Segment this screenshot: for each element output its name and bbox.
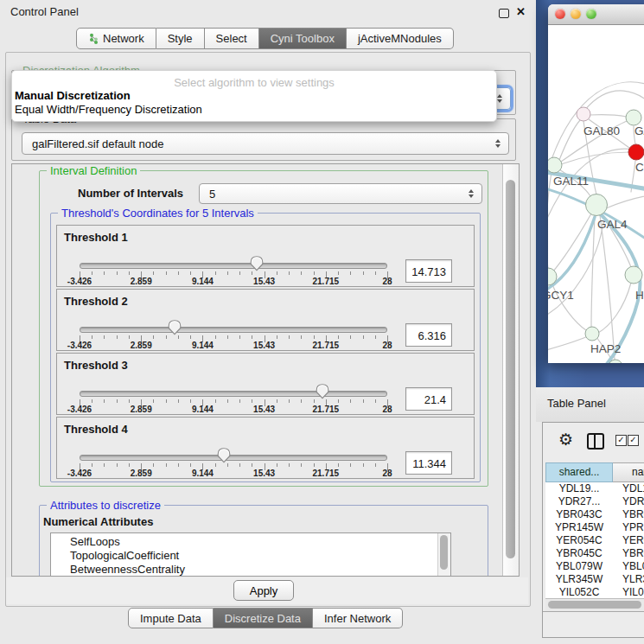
gear-icon[interactable]: ⚙ (558, 430, 573, 450)
cell-name: YIL0 (613, 586, 644, 599)
tab-label: Discretize Data (225, 612, 301, 625)
close-icon[interactable]: ✕ (516, 5, 526, 18)
network-edge[interactable] (548, 335, 591, 352)
network-graph[interactable]: GAL80GACGAL11GAL4GCY1HHAP2 (548, 25, 644, 363)
network-edge[interactable] (548, 172, 552, 269)
threshold-slider[interactable]: -3.4262.8599.14415.4321.71528 (80, 354, 387, 416)
table-row[interactable]: YBR043CYBR0 (545, 508, 644, 521)
zoom-traffic-light-icon[interactable] (586, 9, 596, 19)
tab-discretize-data[interactable]: Discretize Data (214, 608, 313, 628)
table-header: shared... name (545, 462, 644, 482)
threshold-slider[interactable]: -3.4262.8599.14415.4321.71528 (80, 290, 387, 352)
slider-thumb-icon[interactable] (315, 383, 330, 399)
attribute-item[interactable]: SelfLoops (51, 535, 450, 549)
cell-shared-name: YBR043C (545, 508, 613, 521)
attribute-item[interactable]: BetweennessCentrality (51, 563, 450, 577)
network-edge[interactable] (600, 215, 615, 360)
network-edge[interactable] (598, 283, 631, 333)
network-edge[interactable] (590, 115, 627, 117)
combo-stepper-icon (497, 94, 502, 103)
network-node[interactable] (625, 266, 642, 284)
threshold-value-field[interactable]: 14.713 (405, 259, 452, 283)
select-all-checkbox-icon[interactable]: ✓ (615, 435, 627, 446)
float-window-icon[interactable] (499, 9, 509, 18)
slider-tick-labels: -3.4262.8599.14415.4321.71528 (80, 469, 387, 479)
scrollbar[interactable] (437, 533, 450, 577)
select-none-checkbox-icon[interactable]: ✓ (628, 435, 639, 446)
apply-button[interactable]: Apply (233, 580, 294, 601)
tab-infer-network[interactable]: Infer Network (313, 608, 403, 628)
apply-row: Apply (6, 577, 528, 604)
table-row[interactable]: YBR045CYBR0 (545, 547, 644, 560)
table-row[interactable]: YBL079WYBL0 (545, 560, 644, 573)
tab-cyni-toolbox[interactable]: Cyni Toolbox (259, 28, 347, 49)
vertical-scrollbar[interactable] (502, 164, 519, 576)
close-traffic-light-icon[interactable] (555, 9, 565, 19)
cell-name: YPR1 (613, 521, 644, 534)
threshold-value-field[interactable]: 6.316 (405, 323, 452, 347)
tab-network[interactable]: Network (76, 28, 156, 49)
attributes-group-title: Attributes to discretize (47, 499, 164, 512)
threshold-slider[interactable]: -3.4262.8599.14415.4321.71528 (80, 226, 387, 288)
num-intervals-combobox[interactable]: 5 (199, 183, 482, 204)
table-row[interactable]: YDL19...YDL1 (545, 482, 644, 495)
horizontal-scrollbar[interactable] (545, 598, 644, 611)
slider-track[interactable] (80, 455, 387, 461)
network-view-window[interactable]: GAL80GACGAL11GAL4GCY1HHAP2 (548, 4, 644, 363)
table-data-combobox[interactable]: galFiltered.sif default node (22, 132, 509, 155)
scrollbar-thumb[interactable] (506, 180, 515, 558)
scrollbar-thumb[interactable] (440, 535, 448, 570)
network-node-label: HAP2 (590, 342, 621, 355)
network-node[interactable] (548, 157, 562, 173)
slider-thumb-icon[interactable] (167, 319, 182, 335)
network-node[interactable] (586, 194, 608, 216)
network-node[interactable] (626, 110, 641, 125)
threshold-slider[interactable]: -3.4262.8599.14415.4321.71528 (80, 418, 387, 480)
network-node[interactable] (577, 107, 590, 121)
network-edge[interactable] (548, 222, 603, 319)
network-edge[interactable] (606, 194, 644, 208)
tab-style[interactable]: Style (156, 28, 205, 49)
table-row[interactable]: YLR345WYLR3 (545, 573, 644, 586)
network-node-label: GAL4 (597, 218, 628, 231)
scrollbar-thumb[interactable] (548, 601, 641, 609)
network-edge[interactable] (591, 215, 595, 328)
network-edge[interactable] (559, 120, 580, 160)
threshold-value-field[interactable]: 21.4 (405, 387, 452, 411)
table-row[interactable]: YER054CYER0 (545, 534, 644, 547)
cell-name: YER0 (613, 534, 644, 547)
cell-shared-name: YBR045C (545, 547, 613, 560)
thresholds-group-title: Threshold's Coordinates for 5 Intervals (58, 207, 258, 220)
slider-thumb-icon[interactable] (216, 447, 232, 463)
network-canvas[interactable]: GAL80GACGAL11GAL4GCY1HHAP2 (548, 25, 644, 363)
threshold-value-field[interactable]: 11.344 (405, 451, 452, 475)
tab-select[interactable]: Select (205, 28, 259, 49)
slider-thumb-icon[interactable] (249, 255, 265, 271)
table-row[interactable]: YDR27...YDR2 (545, 495, 644, 508)
tab-impute-data[interactable]: Impute Data (128, 608, 214, 628)
minimize-traffic-light-icon[interactable] (571, 9, 581, 19)
tab-label: Impute Data (140, 612, 201, 625)
slider-tick-labels: -3.4262.8599.14415.4321.71528 (80, 277, 387, 287)
attributes-list[interactable]: SelfLoopsTopologicalCoefficientBetweenne… (50, 532, 451, 577)
algorithm-option[interactable]: Manual Discretization (12, 89, 496, 103)
column-header-name[interactable]: name (613, 462, 644, 482)
algorithm-option[interactable]: Equal Width/Frequency Discretization (12, 103, 496, 117)
slider-track[interactable] (80, 263, 387, 269)
cell-name: YLR3 (613, 573, 644, 586)
column-layout-icon[interactable] (587, 433, 604, 450)
numerical-attributes-label: Numerical Attributes (43, 515, 153, 528)
slider-track[interactable] (80, 391, 387, 397)
table-row[interactable]: YIL052CYIL0 (545, 586, 644, 599)
network-node[interactable] (585, 327, 599, 341)
slider-track[interactable] (80, 327, 387, 333)
table-body: YDL19...YDL1YDR27...YDR2YBR043CYBR0YPR14… (545, 482, 644, 599)
interval-definition-title: Interval Definition (47, 164, 140, 177)
network-edge[interactable] (596, 210, 640, 363)
attribute-item[interactable]: TopologicalCoefficient (51, 549, 450, 563)
table-row[interactable]: YPR145WYPR1 (545, 521, 644, 534)
column-header-shared-name[interactable]: shared... (545, 462, 613, 482)
tab-jactivemnodules[interactable]: jActiveMNodules (347, 28, 454, 49)
network-edge[interactable] (548, 217, 595, 295)
network-node[interactable] (628, 144, 644, 160)
